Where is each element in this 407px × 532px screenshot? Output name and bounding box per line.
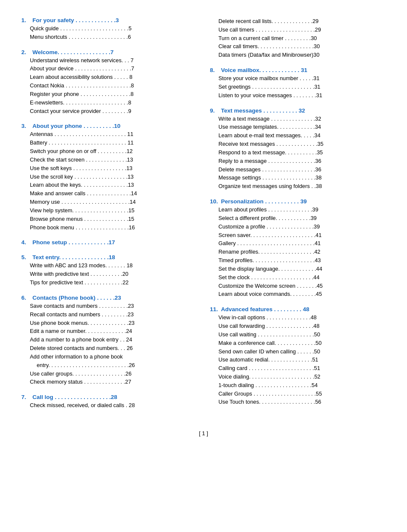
- toc-item: Set the display language. . . . . . . . …: [210, 265, 386, 273]
- left-column: 1.For your safety . . . . . . . . . . . …: [21, 17, 197, 417]
- toc-section: 5.Text entry. . . . . . . . . . . . . . …: [21, 254, 197, 286]
- toc-item: View help system. . . . . . . . . . . . …: [21, 206, 197, 215]
- toc-item: Learn about voice commands. . . . . . . …: [210, 290, 386, 298]
- toc-item: Learn about e-mail text messages. . . . …: [210, 131, 386, 140]
- section-title: Contacts (Phone book) . . . . . .23: [32, 295, 121, 301]
- toc-item: Browse phone menus . . . . . . . . . . .…: [21, 215, 197, 223]
- toc-item: Tips for predictive text . . . . . . . .…: [21, 278, 197, 287]
- toc-item: Write a text message . . . . . . . . . .…: [210, 115, 386, 123]
- toc-item: Message settings . . . . . . . . . . . .…: [210, 173, 386, 182]
- toc-item: Screen saver. . . . . . . . . . . . . . …: [210, 231, 386, 240]
- section-header: 1.For your safety . . . . . . . . . . . …: [21, 17, 197, 24]
- toc-item: Send own caller ID when calling . . . . …: [210, 347, 386, 356]
- toc-section: 11.Advanced features . . . . . . . . . 4…: [210, 306, 386, 406]
- toc-item: Delete stored contacts and numbers. . . …: [21, 344, 197, 353]
- toc-section: 9.Text messages . . . . . . . . . . . 32…: [210, 107, 386, 191]
- toc-item: Switch your phone on or off . . . . . . …: [21, 147, 197, 156]
- page-container: 1.For your safety . . . . . . . . . . . …: [21, 17, 386, 417]
- toc-item: Receive text messages . . . . . . . . . …: [210, 140, 386, 148]
- toc-item: Delete messages . . . . . . . . . . . . …: [210, 165, 386, 174]
- section-header: 2.Welcome. . . . . . . . . . . . . . . .…: [21, 49, 197, 56]
- toc-item: Add a number to a phone book entry . . 2…: [21, 335, 197, 344]
- section-header: 10.Personalization . . . . . . . . . . .…: [210, 198, 386, 205]
- toc-item: Use Touch tones. . . . . . . . . . . . .…: [210, 398, 386, 406]
- toc-item: Gallery . . . . . . . . . . . . . . . . …: [210, 239, 386, 248]
- toc-item: Respond to a text message. . . . . . . .…: [210, 148, 386, 157]
- toc-item: Check missed, received, or dialed calls …: [21, 401, 197, 410]
- toc-item: Use the soft keys . . . . . . . . . . . …: [21, 164, 197, 173]
- section-title: Personalization . . . . . . . . . . . 39: [221, 198, 307, 205]
- toc-item: Learn about the keys. . . . . . . . . . …: [21, 181, 197, 189]
- page-number: [ 1 ]: [199, 430, 208, 437]
- toc-section: 10.Personalization . . . . . . . . . . .…: [210, 198, 386, 298]
- toc-item: Use call timers . . . . . . . . . . . . …: [210, 26, 386, 34]
- toc-item: Quick guide . . . . . . . . . . . . . . …: [21, 24, 197, 33]
- section-header: 3.About your phone . . . . . . . . . .10: [21, 123, 197, 130]
- section-number: 1.: [21, 17, 30, 23]
- toc-item: E-newsletters. . . . . . . . . . . . . .…: [21, 98, 197, 107]
- toc-item: 1-touch dialing . . . . . . . . . . . . …: [210, 381, 386, 390]
- toc-section: 2.Welcome. . . . . . . . . . . . . . . .…: [21, 49, 197, 116]
- toc-item: Learn about accessibility solutions . . …: [21, 73, 197, 81]
- toc-item: Add other information to a phone book: [21, 353, 197, 361]
- section-number: 5.: [21, 254, 30, 260]
- toc-item: Register your phone . . . . . . . . . . …: [21, 90, 197, 98]
- section-title: Welcome. . . . . . . . . . . . . . . . .…: [32, 49, 113, 55]
- section-number: 7.: [21, 394, 30, 400]
- section-title: Phone setup . . . . . . . . . . . . .17: [32, 239, 115, 246]
- toc-item: Memory use . . . . . . . . . . . . . . .…: [21, 198, 197, 206]
- toc-section: 4.Phone setup . . . . . . . . . . . . .1…: [21, 239, 197, 246]
- section-number: 8.: [210, 67, 218, 73]
- toc-item: Recall contacts and numbers . . . . . . …: [21, 310, 197, 319]
- toc-item: Use call waiting . . . . . . . . . . . .…: [210, 330, 386, 339]
- toc-item: Use phone book menus. . . . . . . . . . …: [21, 319, 197, 327]
- toc-item: Make and answer calls . . . . . . . . . …: [21, 189, 197, 198]
- toc-item: Use message templates. . . . . . . . . .…: [210, 123, 386, 131]
- section-title: About your phone . . . . . . . . . .10: [32, 123, 120, 129]
- toc-section: 6.Contacts (Phone book) . . . . . .23Sav…: [21, 295, 197, 386]
- toc-item: Understand wireless network services. . …: [21, 56, 197, 65]
- section-header: 6.Contacts (Phone book) . . . . . .23: [21, 295, 197, 302]
- toc-item: Reply to a message . . . . . . . . . . .…: [210, 157, 386, 165]
- toc-item: Listen to your voice messages . . . . . …: [210, 91, 386, 100]
- toc-item: entry. . . . . . . . . . . . . . . . . .…: [21, 361, 197, 370]
- toc-item: Customize a profile . . . . . . . . . . …: [210, 223, 386, 231]
- toc-section: 8.Voice mailbox. . . . . . . . . . . . .…: [210, 67, 386, 99]
- section-title: For your safety . . . . . . . . . . . . …: [32, 17, 119, 23]
- toc-item: Edit a name or number. . . . . . . . . .…: [21, 327, 197, 335]
- page-footer: [ 1 ]: [21, 430, 386, 437]
- section-header: 7.Call log . . . . . . . . . . . . . . .…: [21, 394, 197, 401]
- section-number: 3.: [21, 123, 30, 129]
- toc-section: Delete recent call lists. . . . . . . . …: [210, 17, 386, 59]
- section-number: 6.: [21, 295, 30, 301]
- toc-item: Battery . . . . . . . . . . . . . . . . …: [21, 139, 197, 147]
- section-number: 11.: [210, 306, 218, 312]
- toc-item: Contact Nokia . . . . . . . . . . . . . …: [21, 81, 197, 90]
- toc-section: 3.About your phone . . . . . . . . . .10…: [21, 123, 197, 231]
- toc-item: About your device . . . . . . . . . . . …: [21, 64, 197, 73]
- toc-item: Delete recent call lists. . . . . . . . …: [210, 17, 386, 26]
- section-header: 5.Text entry. . . . . . . . . . . . . . …: [21, 254, 197, 261]
- toc-item: Clear call timers. . . . . . . . . . . .…: [210, 42, 386, 51]
- section-number: 10.: [210, 198, 218, 205]
- section-title: Voice mailbox. . . . . . . . . . . . . 3…: [221, 67, 307, 73]
- section-header: 8.Voice mailbox. . . . . . . . . . . . .…: [210, 67, 386, 74]
- toc-item: Use automatic redial. . . . . . . . . . …: [210, 356, 386, 364]
- section-title: Advanced features . . . . . . . . . 48: [221, 306, 309, 312]
- toc-item: Phone book menu . . . . . . . . . . . . …: [21, 223, 197, 232]
- toc-item: Timed profiles. . . . . . . . . . . . . …: [210, 256, 386, 265]
- toc-item: Antennas . . . . . . . . . . . . . . . .…: [21, 130, 197, 139]
- section-header: 4.Phone setup . . . . . . . . . . . . .1…: [21, 239, 197, 246]
- toc-item: Write with ABC and 123 modes. . . . . . …: [21, 261, 197, 270]
- toc-item: Caller Groups . . . . . . . . . . . . . …: [210, 390, 386, 398]
- toc-item: Check memory status . . . . . . . . . . …: [21, 378, 197, 386]
- section-number: 2.: [21, 49, 30, 55]
- toc-item: Turn on a current call timer . . . . . .…: [210, 34, 386, 43]
- toc-item: Calling card . . . . . . . . . . . . . .…: [210, 364, 386, 373]
- toc-item: Rename profiles. . . . . . . . . . . . .…: [210, 248, 386, 256]
- toc-item: Use the scroll key . . . . . . . . . . .…: [21, 173, 197, 181]
- toc-item: Save contacts and numbers . . . . . . . …: [21, 302, 197, 310]
- toc-item: Check the start screen . . . . . . . . .…: [21, 156, 197, 164]
- toc-item: Set the clock . . . . . . . . . . . . . …: [210, 273, 386, 282]
- toc-item: View in-call options . . . . . . . . . .…: [210, 313, 386, 322]
